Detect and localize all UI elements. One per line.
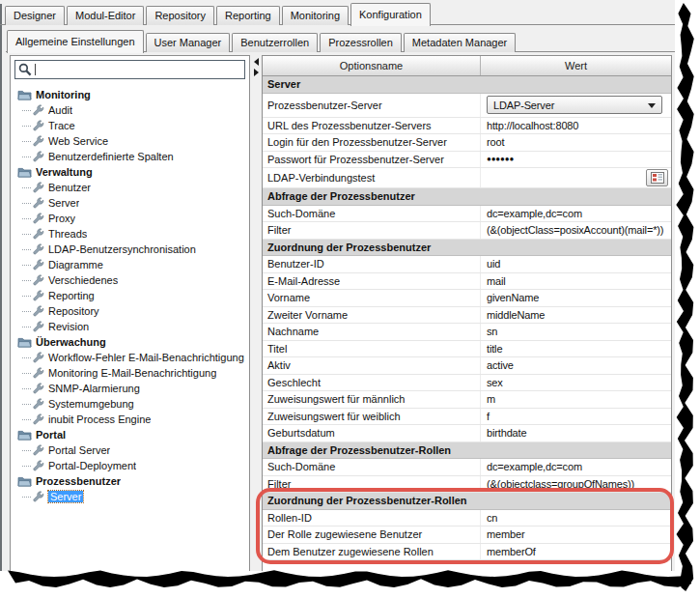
option-value-cell[interactable]: dc=example,dc=com (481, 206, 671, 222)
option-row-geburtsdatum[interactable]: Geburtsdatumbirthdate (263, 425, 671, 442)
tree-item-ldap-benutzersynchronisation[interactable]: LDAP-Benutzersynchronisation (11, 242, 249, 257)
option-value-cell[interactable]: root (481, 134, 671, 151)
section-row-zuordnung-der-prozessbenutzer-rollen[interactable]: Zuordnung der Prozessbenutzer-Rollen (263, 493, 671, 510)
option-value-cell[interactable]: m (481, 391, 671, 408)
tree-item-trace[interactable]: Trace (11, 118, 249, 133)
main-tab-reporting[interactable]: Reporting (216, 6, 280, 25)
option-value-cell[interactable]: mail (481, 273, 671, 290)
option-row-geschlecht[interactable]: Geschlechtsex (263, 375, 671, 392)
option-value-cell[interactable]: memberOf (481, 544, 671, 560)
tree-item-server[interactable]: Server (11, 489, 249, 504)
search-input[interactable] (39, 64, 241, 75)
tree-item-server[interactable]: Server (11, 195, 249, 211)
tree-item-systemumgebung[interactable]: Systemumgebung (11, 396, 249, 412)
process-user-server-select[interactable]: LDAP-Server (487, 96, 662, 114)
tree-item-snmp-alarmierung[interactable]: SNMP-Alarmierung (11, 381, 249, 396)
tree-group-verwaltung[interactable]: Verwaltung (11, 164, 249, 180)
tree-item-web-service[interactable]: Web Service (11, 133, 249, 149)
tree-group-uberwachung[interactable]: Überwachung (11, 334, 249, 350)
section-row-abfrage-der-prozessbenutzer[interactable]: Abfrage der Prozessbenutzer (263, 188, 671, 206)
sub-tab-user-manager[interactable]: User Manager (146, 33, 231, 52)
tree-item-monitoring-e-mail-benachrichtigung[interactable]: Monitoring E-Mail-Benachrichtigung (11, 365, 249, 381)
option-value-cell[interactable]: (&(objectclass=groupOfNames)) (481, 476, 671, 493)
tree-group-prozessbenutzer[interactable]: Prozessbenutzer (11, 473, 249, 489)
option-value-cell[interactable]: givenName (481, 290, 671, 306)
collapse-right-arrow-icon[interactable] (254, 69, 259, 76)
option-value-cell[interactable]: ●●●●●● (481, 152, 671, 168)
option-row-aktiv[interactable]: Aktivactive (263, 357, 671, 375)
option-value-cell[interactable]: f (481, 409, 671, 425)
collapse-left-arrow-icon[interactable] (254, 58, 259, 66)
option-value-cell[interactable]: sn (481, 324, 671, 340)
section-row-abfrage-der-prozessbenutzer-rollen[interactable]: Abfrage der Prozessbenutzer-Rollen (263, 442, 671, 460)
option-value-text: sn (487, 326, 497, 337)
main-tab-konfiguration[interactable]: Konfiguration (350, 3, 431, 26)
option-row-filter[interactable]: Filter(&(objectclass=groupOfNames)) (263, 476, 671, 494)
tree-item-repository[interactable]: Repository (11, 303, 249, 319)
tree-item-portal-server[interactable]: Portal Server (11, 442, 249, 458)
option-row-such-domane[interactable]: Such-Domänedc=example,dc=com (263, 206, 671, 223)
ldap-connection-test-button[interactable] (646, 169, 668, 186)
tree-item-proxy[interactable]: Proxy (11, 211, 249, 226)
option-row-ldap-verbindungstest[interactable]: LDAP-Verbindungstest (263, 168, 671, 188)
sub-tab-prozessrollen[interactable]: Prozessrollen (320, 33, 402, 52)
option-value-cell[interactable]: uid (481, 256, 671, 272)
option-value-cell[interactable]: middleName (481, 307, 671, 324)
main-tab-modul-editor[interactable]: Modul-Editor (67, 6, 144, 25)
main-tab-repository[interactable]: Repository (146, 6, 214, 25)
option-row-such-domane[interactable]: Such-Domänedc=example,dc=com (263, 459, 671, 476)
option-row-prozessbenutzer-server[interactable]: Prozessbenutzer-ServerLDAP-Server (263, 94, 671, 118)
sub-tab-metadaten-manager[interactable]: Metadaten Manager (404, 33, 516, 52)
option-value-cell[interactable]: birthdate (481, 425, 671, 441)
option-value-cell[interactable]: member (481, 527, 671, 543)
option-row-benutzer-id[interactable]: Benutzer-IDuid (263, 256, 671, 273)
tree-group-monitoring[interactable]: Monitoring (11, 87, 249, 102)
option-value-cell[interactable] (481, 168, 671, 187)
sub-tab-allgemeine-einstellungen[interactable]: Allgemeine Einstellungen (7, 30, 144, 53)
tree-item-benutzerdefinierte-spalten[interactable]: Benutzerdefinierte Spalten (11, 149, 249, 164)
option-row-url-des-prozessbenutzer-servers[interactable]: URL des Prozessbenutzer-Servershttp://lo… (263, 118, 671, 135)
option-row-filter[interactable]: Filter(&(objectClass=posixAccount)(mail=… (263, 222, 671, 240)
column-header-optionsname[interactable]: Optionsname (263, 56, 481, 75)
tree-item-inubit-process-engine[interactable]: inubit Process Engine (11, 412, 249, 427)
option-value-cell[interactable]: title (481, 341, 671, 357)
option-row-rollen-id[interactable]: Rollen-IDcn (263, 510, 671, 527)
tree-item-benutzer[interactable]: Benutzer (11, 180, 249, 195)
option-row-zweiter-vorname[interactable]: Zweiter VornamemiddleName (263, 307, 671, 325)
tree-item-diagramme[interactable]: Diagramme (11, 257, 249, 272)
column-header-wert[interactable]: Wert (481, 56, 671, 75)
option-row-passwort-fur-prozessbenutzer-server[interactable]: Passwort für Prozessbenutzer-Server●●●●●… (263, 152, 671, 169)
tree-item-audit[interactable]: Audit (11, 102, 249, 118)
option-name: Prozessbenutzer-Server (263, 94, 481, 117)
option-row-vorname[interactable]: VornamegivenName (263, 290, 671, 307)
option-value-cell[interactable]: http://localhost:8080 (481, 118, 671, 134)
option-value-cell[interactable]: (&(objectClass=posixAccount)(mail=*)) (481, 222, 671, 239)
tree-group-portal[interactable]: Portal (11, 427, 249, 442)
tree-item-revision[interactable]: Revision (11, 319, 249, 334)
option-row-dem-benutzer-zugewiesene-rollen[interactable]: Dem Benutzer zugewiesene RollenmemberOf (263, 544, 671, 561)
option-row-nachname[interactable]: Nachnamesn (263, 324, 671, 341)
option-row-titel[interactable]: Titeltitle (263, 341, 671, 358)
tree-search-field[interactable] (14, 60, 245, 79)
tree-item-verschiedenes[interactable]: Verschiedenes (11, 272, 249, 288)
sub-tab-benutzerrollen[interactable]: Benutzerrollen (232, 33, 318, 52)
tree-item-workflow-fehler-e-mail-benachrichtigung[interactable]: Workflow-Fehler E-Mail-Benachrichtigung (11, 350, 249, 365)
option-value-cell[interactable]: sex (481, 375, 671, 391)
option-value-cell[interactable]: cn (481, 510, 671, 527)
option-row-zuweisungswert-fur-mannlich[interactable]: Zuweisungswert für männlichm (263, 391, 671, 409)
section-row-server[interactable]: Server (263, 76, 671, 94)
main-tab-monitoring[interactable]: Monitoring (282, 6, 349, 25)
section-row-zuordnung-der-prozessbenutzer[interactable]: Zuordnung der Prozessbenutzer (263, 240, 671, 257)
option-value-cell[interactable]: dc=example,dc=com (481, 459, 671, 475)
option-value-cell[interactable]: LDAP-Server (481, 94, 671, 117)
tree-item-threads[interactable]: Threads (11, 226, 249, 242)
option-row-login-fur-den-prozessbenutzer-server[interactable]: Login für den Prozessbenutzer-Serverroot (263, 134, 671, 152)
tree-item-portal-deployment[interactable]: Portal-Deployment (11, 458, 249, 473)
tree-item-reporting[interactable]: Reporting (11, 288, 249, 303)
option-row-der-rolle-zugewiesene-benutzer[interactable]: Der Rolle zugewiesene Benutzermember (263, 527, 671, 544)
tree-group-label: Verwaltung (36, 166, 93, 178)
option-value-cell[interactable]: active (481, 357, 671, 374)
main-tab-designer[interactable]: Designer (5, 6, 65, 25)
option-row-zuweisungswert-fur-weiblich[interactable]: Zuweisungswert für weiblichf (263, 409, 671, 426)
option-row-e-mail-adresse[interactable]: E-Mail-Adressemail (263, 273, 671, 291)
